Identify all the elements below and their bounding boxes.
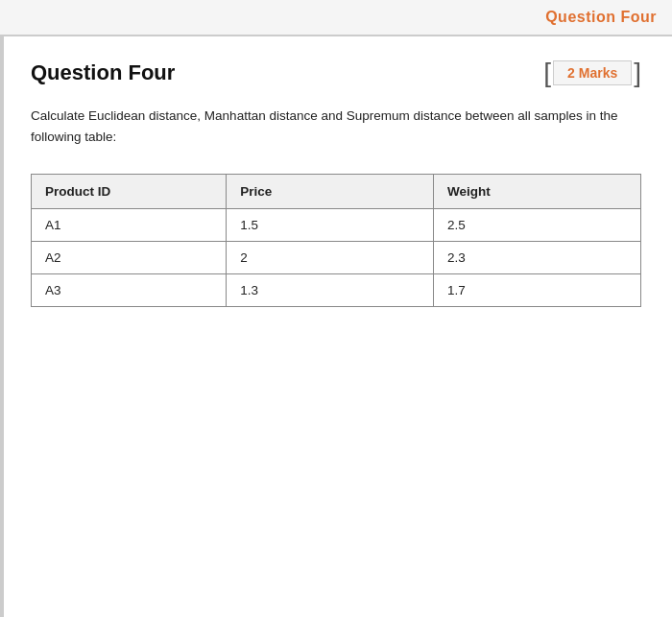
table-cell-r0-c1: 1.5: [227, 209, 434, 242]
col-header-product-id: Product ID: [32, 175, 227, 209]
table-header-row: Product ID Price Weight: [32, 175, 641, 209]
table-row: A222.3: [32, 242, 641, 274]
question-header: Question Four [ 2 Marks ]: [31, 59, 641, 86]
left-accent-bar: [0, 36, 4, 617]
table-cell-r1-c0: A2: [32, 242, 227, 274]
bracket-left-icon: [: [543, 59, 551, 86]
table-cell-r1-c1: 2: [227, 242, 434, 274]
table-cell-r2-c2: 1.7: [434, 274, 641, 307]
question-title: Question Four: [31, 60, 175, 85]
marks-badge: [ 2 Marks ]: [543, 59, 641, 86]
table-row: A31.31.7: [32, 274, 641, 307]
table-cell-r1-c2: 2.3: [434, 242, 641, 274]
data-table: Product ID Price Weight A11.52.5A222.3A3…: [31, 174, 641, 307]
col-header-price: Price: [227, 175, 434, 209]
main-content: Question Four [ 2 Marks ] Calculate Eucl…: [0, 36, 672, 338]
table-cell-r2-c1: 1.3: [227, 274, 434, 307]
header-title: Question Four: [545, 9, 657, 26]
table-cell-r2-c0: A3: [32, 274, 227, 307]
table-cell-r0-c2: 2.5: [434, 209, 641, 242]
bracket-right-icon: ]: [634, 59, 641, 86]
marks-label: 2 Marks: [553, 60, 632, 85]
question-description: Calculate Euclidean distance, Manhattan …: [31, 106, 641, 147]
table-cell-r0-c0: A1: [32, 209, 227, 242]
col-header-weight: Weight: [434, 175, 641, 209]
header-bar: Question Four: [0, 0, 672, 36]
table-row: A11.52.5: [32, 209, 641, 242]
